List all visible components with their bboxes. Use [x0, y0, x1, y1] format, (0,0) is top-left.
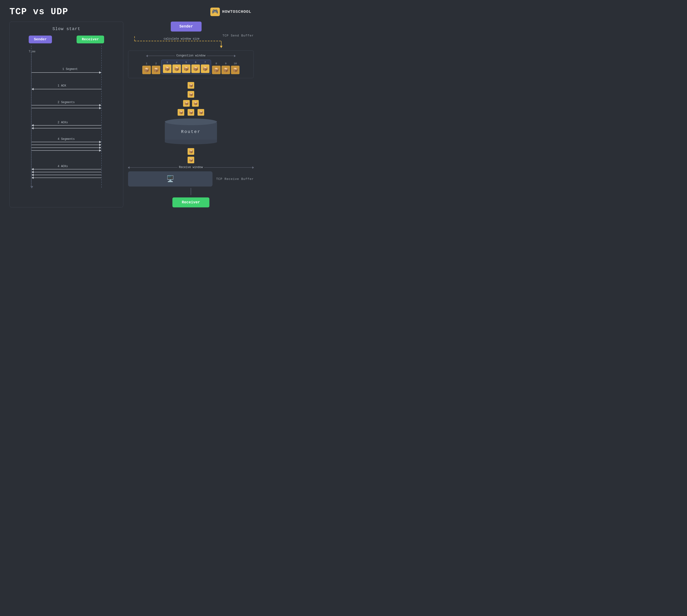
connector-area: [128, 188, 254, 195]
label-4-segments: 4 Segments: [58, 137, 75, 141]
logo-area: 🎮 HOWTOSCHOOL: [210, 7, 251, 16]
label-1-segment: 1 Segment: [62, 68, 78, 71]
rw-right-arrow: [204, 167, 254, 168]
packet-4-group: 4 📦: [172, 61, 181, 73]
logo-icon: 🎮: [210, 7, 220, 16]
packet-8-group: 8 📦: [212, 62, 220, 74]
packet-6: 📦: [191, 64, 200, 73]
packet-1-group: 1 📦: [142, 62, 151, 74]
rw-left-arrow: [128, 167, 178, 168]
slow-start-receiver: Receiver: [77, 36, 104, 43]
packet-2: 📦: [152, 66, 160, 74]
packets-container: 1 📦 2 📦 3 📦: [132, 60, 250, 74]
router-cylinder: Router: [165, 118, 217, 144]
page-wrapper: TCP vs UDP 🎮 HOWTOSCHOOL Slow start Send…: [0, 0, 261, 235]
tcp-receive-buffer-row: 🖥️ TCP Receive Buffer: [128, 171, 254, 186]
falling-triple: 📦 📦 📦: [178, 109, 204, 116]
packet-3: 📦: [163, 64, 171, 73]
falling-pair: 📦 📦: [183, 100, 199, 107]
main-title: TCP vs UDP: [9, 7, 68, 17]
cylinder-body: Router: [165, 123, 217, 140]
cylinder-bottom: [165, 139, 217, 144]
packet-10-group: 10 📦: [231, 62, 239, 74]
svg-marker-1: [99, 71, 101, 74]
router-area: Router: [128, 118, 254, 144]
sender-top-area: Sender: [128, 22, 254, 31]
svg-marker-11: [31, 127, 34, 129]
packet-6-group: 6 📦: [191, 61, 200, 73]
falling-1: 📦: [188, 82, 194, 89]
packet-5: 📦: [182, 64, 190, 73]
cylinder-top: [165, 118, 217, 125]
router-label: Router: [181, 129, 201, 134]
tcp-send-buffer-title: TCP Send Buffer: [222, 34, 254, 38]
label-2-segments: 2 Segments: [58, 101, 75, 104]
packets-8910: 8 📦 9 📦 10 📦: [212, 62, 239, 74]
post-router-2: 📦: [188, 157, 194, 163]
packet-1: 📦: [142, 66, 151, 74]
congestion-window-row: Congestion window: [132, 54, 250, 57]
tcp-receive-buffer-title: TCP Receive Buffer: [216, 177, 254, 181]
calc-window-label: calculate window size: [164, 37, 199, 41]
packet-9: 📦: [221, 66, 230, 74]
packet-9-group: 9 📦: [221, 62, 230, 74]
receiver-bottom-area: Receiver: [128, 197, 254, 207]
post-router-packets: 📦 📦: [128, 148, 254, 163]
svg-marker-31: [220, 46, 222, 48]
slow-start-sender: Sender: [29, 36, 52, 43]
packet-3-group: 3 📦: [163, 61, 171, 73]
falling-4c: 📦: [197, 109, 204, 116]
label-1-ack: 1 ACK: [58, 84, 66, 87]
packet-7-group: 7 📦: [201, 61, 209, 73]
packet-2-group: 2 📦: [152, 62, 160, 74]
receive-window-row: Receive window: [128, 166, 254, 169]
receive-window-label: Receive window: [179, 166, 203, 169]
packet-8: 📦: [212, 66, 220, 74]
packet-4: 📦: [172, 64, 181, 73]
arrow-1-ack: 1 ACK: [31, 89, 101, 89]
slow-start-title: Slow start: [15, 26, 118, 31]
svg-marker-19: [99, 149, 101, 152]
sender-top-box: Sender: [171, 22, 201, 31]
connector-line: [191, 188, 191, 195]
logo-text: HOWTOSCHOOL: [222, 9, 251, 14]
svg-marker-7: [99, 107, 101, 109]
label-2-acks: 2 ACKs: [58, 121, 68, 124]
post-router-1: 📦: [188, 148, 194, 155]
packet-10: 📦: [231, 66, 239, 74]
slow-start-section: Slow start Sender Receiver Time: [9, 22, 123, 207]
receiver-vline: [101, 45, 102, 188]
packet-7: 📦: [201, 64, 209, 73]
falling-4b: 📦: [188, 109, 194, 116]
network-icon: 🖥️: [167, 175, 174, 183]
tcp-send-buffer-box: Congestion window 1 📦 2: [128, 50, 254, 78]
header: TCP vs UDP 🎮 HOWTOSCHOOL: [0, 0, 261, 22]
arrow-1-segment: 1 Segment: [31, 72, 101, 73]
tcp-receive-buffer-box: 🖥️: [128, 171, 213, 186]
svg-marker-3: [31, 88, 34, 90]
label-4-acks: 4 ACKs: [58, 165, 68, 168]
svg-marker-27: [31, 177, 34, 179]
packets-12: 1 📦 2 📦: [142, 62, 160, 74]
receiver-bottom-box: Receiver: [172, 197, 210, 207]
congestion-window-label: Congestion window: [176, 54, 206, 57]
falling-packets-area: 📦 📦 📦 📦 📦 📦 📦: [128, 82, 254, 116]
packets-congestion: 3 📦 4 📦 5 📦 6 📦: [161, 60, 211, 74]
sequence-diagram: Sender Receiver Time: [15, 36, 118, 187]
packet-5-group: 5 📦: [182, 61, 190, 73]
calc-window-area: calculate window size TCP Send Buffer: [128, 34, 254, 48]
falling-3a: 📦: [183, 100, 190, 107]
right-panel: Sender calculate window size TCP Send Bu…: [128, 22, 254, 207]
falling-3b: 📦: [192, 100, 199, 107]
sender-vline: [31, 45, 31, 188]
falling-4a: 📦: [178, 109, 184, 116]
falling-2: 📦: [188, 91, 194, 98]
time-label: Time: [29, 49, 36, 53]
